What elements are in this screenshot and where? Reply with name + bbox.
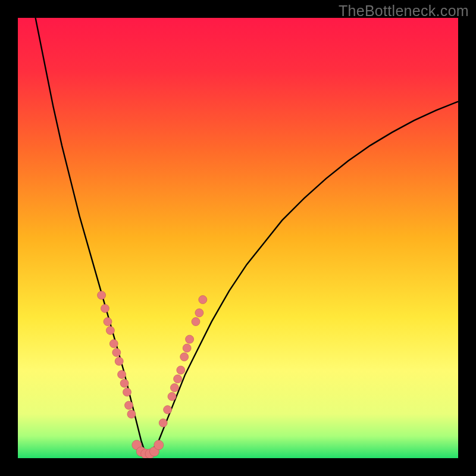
data-point [120, 379, 129, 387]
data-point [104, 318, 112, 326]
data-point [123, 388, 131, 396]
data-point [106, 326, 114, 334]
data-point [177, 366, 185, 374]
data-point [168, 392, 176, 400]
data-point [195, 309, 203, 317]
data-point [118, 370, 126, 378]
data-point [174, 375, 182, 383]
bottleneck-chart [18, 18, 458, 458]
data-point [109, 340, 118, 348]
watermark-text: TheBottleneck.com [339, 2, 469, 20]
data-point [180, 353, 189, 361]
plot-background [18, 18, 458, 458]
data-point [186, 335, 194, 343]
data-point [115, 357, 123, 365]
data-point [159, 419, 167, 427]
data-point [98, 291, 106, 299]
data-point [101, 304, 109, 312]
data-point [125, 401, 133, 409]
data-point [199, 296, 207, 304]
data-point [112, 348, 121, 356]
chart-frame: TheBottleneck.com [0, 0, 476, 476]
data-point [192, 318, 200, 326]
data-point [154, 440, 164, 450]
data-point [127, 410, 136, 418]
data-point [183, 344, 191, 352]
data-point [170, 384, 178, 392]
data-point [164, 406, 172, 414]
